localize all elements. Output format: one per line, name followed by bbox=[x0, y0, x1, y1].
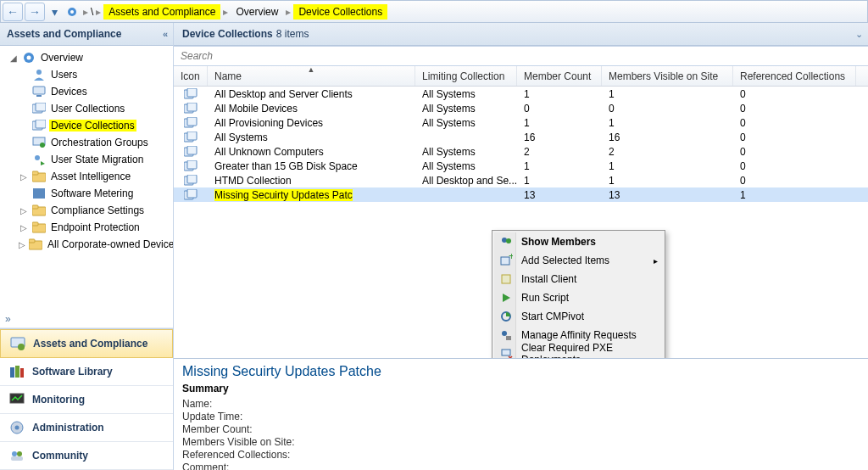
devices-icon bbox=[32, 85, 46, 98]
meter-icon bbox=[32, 187, 46, 200]
navbtn-label: Administration bbox=[32, 422, 104, 434]
svg-rect-35 bbox=[187, 88, 197, 97]
install-icon bbox=[498, 271, 514, 287]
cell-member-count: 1 bbox=[517, 160, 602, 172]
nav-dropdown[interactable]: ▾ bbox=[47, 3, 62, 21]
tree-item-devices[interactable]: Devices bbox=[2, 83, 171, 100]
search-input[interactable] bbox=[174, 47, 868, 65]
tree-item-overview[interactable]: ◢Overview bbox=[2, 49, 171, 66]
ctx-label: Start CMPivot bbox=[521, 311, 584, 322]
collection-icon bbox=[174, 88, 208, 100]
cell-referenced: 0 bbox=[733, 146, 856, 158]
ctx-install-client[interactable]: Install Client bbox=[494, 270, 663, 288]
expand-icon[interactable]: ◢ bbox=[8, 53, 19, 63]
col-visible[interactable]: Members Visible on Site bbox=[602, 66, 733, 86]
svg-rect-10 bbox=[36, 120, 46, 128]
ctx-label: Run Script bbox=[521, 292, 569, 304]
table-row[interactable]: HTMD CollectionAll Desktop and Se...110 bbox=[174, 173, 868, 187]
ctx-label: Show Members bbox=[521, 236, 596, 248]
svg-point-32 bbox=[17, 451, 22, 456]
svg-rect-58 bbox=[502, 350, 510, 355]
add-icon: + bbox=[498, 253, 514, 268]
tree-item-asset-intelligence[interactable]: ▷Asset Intelligence bbox=[2, 168, 171, 185]
cell-member-count: 13 bbox=[517, 189, 602, 201]
tree-item-device-collections[interactable]: Device Collections bbox=[2, 117, 171, 134]
ctx-show-members[interactable]: Show Members bbox=[494, 232, 663, 251]
ctx-run-script[interactable]: Run Script bbox=[494, 288, 663, 307]
collection-icon bbox=[174, 175, 208, 187]
tree-item-users[interactable]: Users bbox=[2, 66, 171, 83]
col-member-count[interactable]: Member Count bbox=[517, 66, 602, 86]
ctx-clear-required-pxe-deployments[interactable]: Clear Required PXE Deployments bbox=[494, 344, 663, 358]
col-referenced[interactable]: Referenced Collections bbox=[733, 66, 856, 86]
tree-item-orchestration-groups[interactable]: Orchestration Groups bbox=[2, 134, 171, 151]
content-header: Device Collections 8 items ⌄ bbox=[174, 23, 868, 46]
tree-item-label: User State Migration bbox=[49, 154, 145, 165]
usercoll-icon bbox=[32, 102, 46, 115]
crumb-root[interactable]: Assets and Compliance bbox=[103, 4, 220, 20]
monitor-icon bbox=[8, 391, 25, 408]
expand-navs[interactable]: » bbox=[0, 311, 173, 328]
navbtn-admin[interactable]: Administration bbox=[0, 414, 173, 442]
collection-icon bbox=[174, 131, 208, 143]
navbtn-label: Assets and Compliance bbox=[33, 338, 147, 350]
summary-field: Update Time: bbox=[182, 411, 860, 423]
col-limiting[interactable]: Limiting Collection bbox=[415, 66, 517, 86]
summary-field: Members Visible on Site: bbox=[182, 436, 860, 449]
expand-icon[interactable]: ▷ bbox=[19, 172, 29, 182]
cell-member-count: 2 bbox=[517, 146, 602, 158]
crumb-leaf[interactable]: Device Collections bbox=[293, 4, 387, 20]
svg-rect-25 bbox=[10, 367, 14, 378]
tree-item-all-corporate-owned-devices[interactable]: ▷All Corporate-owned Devices bbox=[2, 236, 171, 253]
svg-rect-20 bbox=[32, 222, 38, 226]
community-icon bbox=[8, 447, 25, 464]
nav-back-button[interactable]: ← bbox=[3, 3, 23, 21]
table-row[interactable]: All Mobile DevicesAll Systems000 bbox=[174, 101, 868, 115]
table-row[interactable]: All Unknown ComputersAll Systems220 bbox=[174, 144, 868, 159]
table-row[interactable]: All Desktop and Server ClientsAll System… bbox=[174, 87, 868, 101]
crumb-mid[interactable]: Overview bbox=[231, 4, 283, 20]
svg-point-1 bbox=[70, 10, 74, 14]
collapse-icon[interactable]: « bbox=[163, 29, 168, 39]
table-row[interactable]: Greater than 15 GB Disk SpaceAll Systems… bbox=[174, 159, 868, 173]
cell-name: All Unknown Computers bbox=[208, 146, 415, 158]
tree-item-software-metering[interactable]: Software Metering bbox=[2, 185, 171, 202]
cell-referenced: 0 bbox=[733, 175, 856, 187]
cell-name: HTMD Collection bbox=[208, 175, 415, 187]
navbtn-monitor[interactable]: Monitoring bbox=[0, 386, 173, 414]
tree-item-user-state-migration[interactable]: User State Migration bbox=[2, 151, 171, 168]
ctx-add-selected-items[interactable]: +Add Selected Items▸ bbox=[494, 251, 663, 270]
expand-icon[interactable]: ▷ bbox=[19, 223, 29, 232]
table-row[interactable]: Missing Secuirty Updates Patc13131 bbox=[174, 187, 868, 202]
navbtn-assets[interactable]: Assets and Compliance bbox=[0, 329, 173, 358]
svg-rect-5 bbox=[33, 87, 45, 94]
tree-item-user-collections[interactable]: User Collections bbox=[2, 100, 171, 117]
table-row[interactable]: All Provisioning DevicesAll Systems110 bbox=[174, 115, 868, 130]
svg-point-4 bbox=[36, 70, 42, 75]
col-icon[interactable]: Icon bbox=[174, 66, 208, 86]
expand-icon[interactable]: ▷ bbox=[19, 240, 25, 249]
collapse-content-icon[interactable]: ⌄ bbox=[855, 29, 863, 40]
expand-icon[interactable]: ▷ bbox=[19, 206, 29, 215]
nav-forward-button[interactable]: → bbox=[25, 3, 45, 21]
svg-rect-39 bbox=[187, 117, 197, 126]
col-name[interactable]: ▲Name bbox=[208, 66, 415, 86]
tree-item-compliance-settings[interactable]: ▷Compliance Settings bbox=[2, 202, 171, 219]
content-pane: Device Collections 8 items ⌄ Icon ▲Name … bbox=[174, 23, 868, 470]
ctx-start-cmpivot[interactable]: Start CMPivot bbox=[494, 307, 663, 326]
navbtn-softlib[interactable]: Software Library bbox=[0, 358, 173, 386]
cell-referenced: 0 bbox=[733, 117, 856, 129]
table-row[interactable]: All Systems16160 bbox=[174, 130, 868, 144]
sidebar-header[interactable]: Assets and Compliance « bbox=[0, 23, 173, 46]
orch-icon bbox=[32, 136, 46, 149]
navbtn-community[interactable]: Community bbox=[0, 442, 173, 470]
summary-field: Member Count: bbox=[182, 423, 860, 436]
cell-member-count: 16 bbox=[517, 131, 602, 143]
cell-name: All Mobile Devices bbox=[208, 103, 415, 115]
run-icon bbox=[498, 290, 514, 305]
svg-rect-49 bbox=[187, 189, 197, 198]
ctx-label: Manage Affinity Requests bbox=[521, 329, 637, 341]
tree-item-endpoint-protection[interactable]: ▷Endpoint Protection bbox=[2, 219, 171, 236]
folder-icon bbox=[32, 204, 46, 217]
grid-body: All Desktop and Server ClientsAll System… bbox=[174, 87, 868, 202]
